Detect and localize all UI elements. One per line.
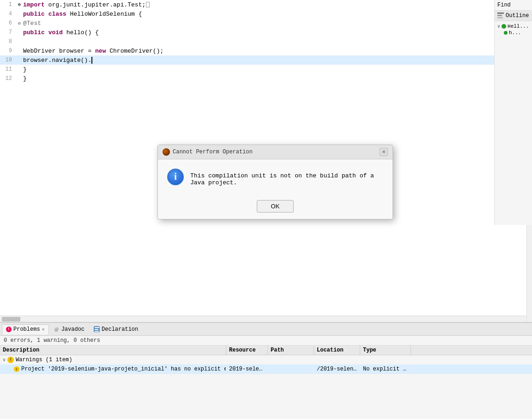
modal-body: i This compilation unit is not on the bu…	[158, 159, 393, 195]
code-line-12: 12 }	[0, 74, 532, 83]
col-header-resource: Resource	[226, 346, 268, 355]
code-line-10: 10 browser.navigate().	[0, 55, 532, 65]
tab-javadoc-label: Javadoc	[61, 326, 85, 333]
outline-icon	[497, 12, 504, 19]
modal-title: Cannot Perform Operation	[173, 149, 253, 155]
row-location: /2019-seleniu...	[314, 364, 360, 374]
warning-row-icon: !	[14, 366, 19, 372]
status-text: 0 errors, 1 warning, 0 others	[4, 337, 100, 344]
find-panel: Find	[495, 0, 532, 11]
code-line-9: 9 WebDriver browser = new ChromeDriver()…	[0, 46, 532, 55]
warning-group-icon: !	[7, 357, 14, 363]
svg-rect-5	[95, 331, 99, 332]
horizontal-scrollbar[interactable]	[0, 316, 526, 322]
eclipse-logo-icon	[163, 148, 170, 156]
col-header-type: Type	[360, 346, 411, 355]
declaration-icon	[94, 326, 100, 332]
bottom-status: 0 errors, 1 warning, 0 others	[0, 336, 532, 346]
tab-problems-label: Problems	[13, 326, 40, 333]
find-label: Find	[497, 2, 511, 8]
outline-class-icon	[502, 24, 506, 29]
tab-javadoc[interactable]: @ Javadoc	[50, 324, 89, 334]
col-header-location: Location	[314, 346, 360, 355]
col-header-description: Description	[0, 346, 226, 355]
right-panel: Find Outline ∨ Hell... h...	[494, 0, 532, 225]
tab-problems-close[interactable]: ✕	[42, 327, 45, 332]
warning-group-label: Warnings (1 item)	[16, 357, 72, 363]
bottom-tabs-bar: ! Problems ✕ @ Javadoc Declaration	[0, 323, 532, 336]
svg-rect-0	[497, 12, 504, 14]
bottom-panel: ! Problems ✕ @ Javadoc Declaration 0 err…	[0, 322, 532, 419]
row-description: ! Project '2019-selenium-java-projeto_in…	[0, 364, 226, 374]
row-path	[268, 364, 314, 374]
table-header: Description Resource Path Location Type	[0, 346, 532, 355]
row-type: No explicit pr...	[360, 364, 411, 374]
code-line-1: 1 ⊕ import org.junit.jupiter.api.Test;	[0, 0, 532, 9]
scrollbar-thumb-h[interactable]	[2, 317, 20, 322]
modal-titlebar: Cannot Perform Operation ✕	[158, 145, 393, 159]
tab-problems[interactable]: ! Problems ✕	[2, 324, 49, 334]
problems-icon: !	[6, 327, 12, 332]
outline-title: Outline	[506, 12, 529, 19]
outline-method-label: h...	[509, 30, 521, 36]
ok-button[interactable]: OK	[257, 200, 294, 213]
outline-header: Outline	[495, 11, 532, 21]
row-resource: 2019-seleniu...	[226, 364, 268, 374]
svg-rect-1	[497, 15, 502, 16]
code-line-11: 11 }	[0, 65, 532, 74]
svg-rect-2	[497, 17, 503, 18]
col-header-path: Path	[268, 346, 314, 355]
code-line-4: 4 public class HelloWorldSelenium {	[0, 9, 532, 18]
warning-group: ∨ ! Warnings (1 item)	[0, 355, 532, 364]
outline-item-1: h...	[497, 30, 529, 36]
svg-rect-3	[95, 327, 99, 328]
modal-message: This compilation unit is not on the buil…	[190, 169, 383, 186]
outline-class-label: Hell...	[508, 24, 529, 29]
table-row-0[interactable]: ! Project '2019-selenium-java-projeto_in…	[0, 364, 532, 374]
outline-method-icon	[504, 31, 508, 35]
code-line-7: 7 public void hello() {	[0, 28, 532, 37]
svg-rect-4	[95, 329, 98, 330]
outline-content: ∨ Hell... h...	[495, 21, 532, 38]
info-icon: i	[167, 169, 184, 185]
outline-item-0: ∨ Hell...	[497, 23, 529, 30]
cannot-perform-operation-dialog: Cannot Perform Operation ✕ i This compil…	[157, 145, 393, 219]
javadoc-icon: @	[54, 327, 60, 332]
modal-close-button[interactable]: ✕	[380, 148, 388, 156]
code-line-8: 8	[0, 37, 532, 46]
modal-footer: OK	[158, 195, 393, 219]
tab-declaration[interactable]: Declaration	[90, 324, 142, 334]
code-line-6: 6 ⊖ @Test	[0, 18, 532, 28]
tab-declaration-label: Declaration	[102, 326, 138, 333]
